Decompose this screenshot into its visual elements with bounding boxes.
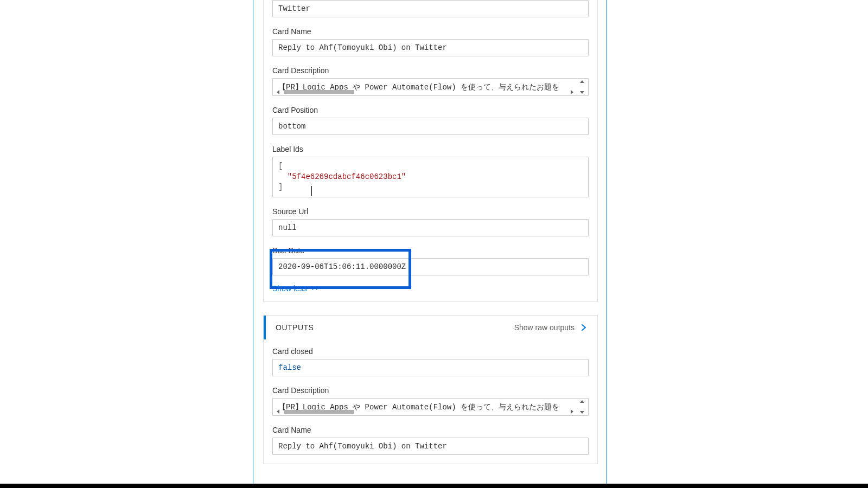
field-block-card-closed: Card closed false xyxy=(272,347,589,376)
field-block-card-description-out: Card Description 【PR】Logic Apps や Power … xyxy=(272,386,589,416)
outputs-header: OUTPUTS Show raw outputs xyxy=(264,316,597,339)
show-less-label: Show less xyxy=(272,284,307,293)
card-closed-input[interactable]: false xyxy=(272,359,589,376)
card-position-input[interactable]: bottom xyxy=(272,118,589,135)
source-url-label: Source Url xyxy=(272,207,589,216)
card-name-label: Card Name xyxy=(272,27,589,36)
field-block-card-name-out: Card Name Reply to Ahf(Tomoyuki Obi) on … xyxy=(272,426,589,455)
outputs-card: OUTPUTS Show raw outputs Card closed fal… xyxy=(263,315,598,464)
inputs-card: Twitter Card Name Reply to Ahf(Tomoyuki … xyxy=(263,0,598,302)
card-description-out-wrap: 【PR】Logic Apps や Power Automate(Flow) を使… xyxy=(272,398,589,416)
bottom-edge xyxy=(0,484,868,488)
field-block-twitter: Twitter xyxy=(272,0,589,17)
outputs-body: Card closed false Card Description 【PR】L… xyxy=(264,347,597,455)
card-name-out-label: Card Name xyxy=(272,426,589,434)
card-description-out-input[interactable]: 【PR】Logic Apps や Power Automate(Flow) を使… xyxy=(272,398,589,416)
label-ids-input[interactable]: [ "5f4e6269cdabcf46c0623bc1" ] xyxy=(272,157,589,197)
card-description-out-label: Card Description xyxy=(272,386,589,395)
chevron-up-icon xyxy=(311,285,318,292)
card-closed-label: Card closed xyxy=(272,347,589,356)
card-description-label: Card Description xyxy=(272,66,589,75)
card-name-input[interactable]: Reply to Ahf(Tomoyuki Obi) on Twitter xyxy=(272,39,589,56)
label-ids-value: "5f4e6269cdabcf46c0623bc1" xyxy=(288,172,406,181)
due-date-label: Due Date xyxy=(272,246,589,255)
card-position-label: Card Position xyxy=(272,106,589,114)
label-ids-label: Label Ids xyxy=(272,145,589,153)
card-name-out-input[interactable]: Reply to Ahf(Tomoyuki Obi) on Twitter xyxy=(272,438,589,455)
field-block-card-name: Card Name Reply to Ahf(Tomoyuki Obi) on … xyxy=(272,27,589,56)
field-block-source-url: Source Url null xyxy=(272,207,589,236)
json-open-bracket: [ xyxy=(278,162,283,170)
json-close-bracket: ] xyxy=(278,183,283,191)
outputs-title: OUTPUTS xyxy=(276,323,314,332)
card-description-input[interactable]: 【PR】Logic Apps や Power Automate(Flow) を使… xyxy=(272,78,589,96)
show-raw-outputs-link[interactable]: Show raw outputs xyxy=(514,323,588,332)
main-column: Twitter Card Name Reply to Ahf(Tomoyuki … xyxy=(263,0,598,464)
field-block-due-date: Due Date 2020-09-06T15:06:11.0000000Z xyxy=(272,246,589,275)
card-closed-value: false xyxy=(278,363,301,372)
field-block-card-position: Card Position bottom xyxy=(272,106,589,135)
card-description-input-wrap: 【PR】Logic Apps や Power Automate(Flow) を使… xyxy=(272,78,589,96)
field-block-label-ids: Label Ids [ "5f4e6269cdabcf46c0623bc1" ] xyxy=(272,145,589,197)
show-less-link[interactable]: Show less xyxy=(272,284,318,293)
show-raw-outputs-label: Show raw outputs xyxy=(514,323,575,332)
due-date-input[interactable]: 2020-09-06T15:06:11.0000000Z xyxy=(272,258,589,275)
twitter-input[interactable]: Twitter xyxy=(272,0,589,17)
source-url-input[interactable]: null xyxy=(272,219,589,236)
field-block-card-description: Card Description 【PR】Logic Apps や Power … xyxy=(272,66,589,96)
chevron-right-icon xyxy=(580,324,588,331)
